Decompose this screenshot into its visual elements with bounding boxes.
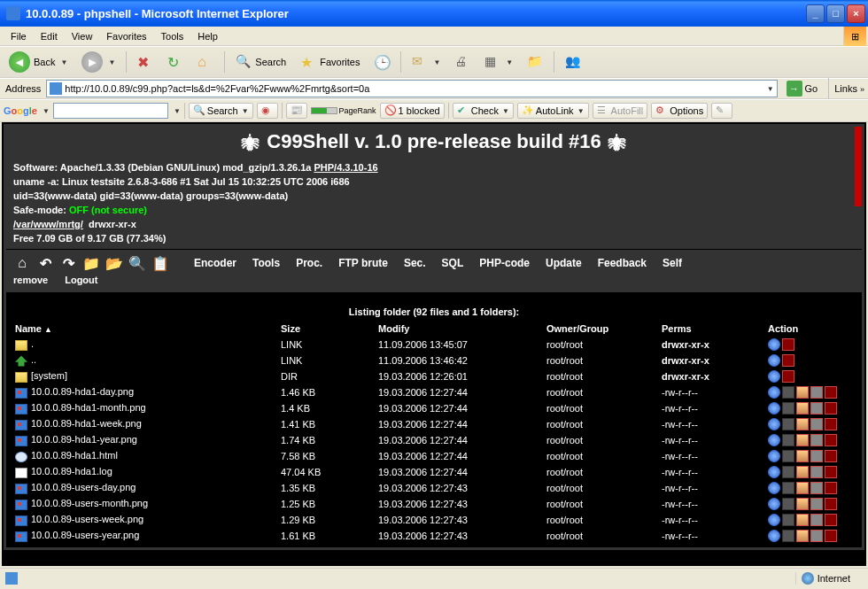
messenger-button[interactable]: 👥 [560,51,586,73]
table-row[interactable]: 10.0.0.89-hda1.html 7.58 KB 19.03.2006 1… [10,448,858,464]
autolink-button[interactable]: ✨AutoLink▼ [517,103,589,119]
info-icon[interactable] [768,466,780,478]
printer-icon[interactable] [810,402,823,415]
blank-icon[interactable] [825,482,837,494]
refresh-icon[interactable]: 📂 [105,255,123,271]
printer-icon[interactable] [810,482,823,494]
blank-icon[interactable] [825,498,837,510]
blank-icon[interactable] [825,418,837,430]
menu-encoder[interactable]: Encoder [194,257,236,269]
menu-php[interactable]: PHP-code [479,257,530,269]
edit-icon[interactable] [796,402,809,415]
back-icon[interactable]: ↶ [36,255,54,271]
table-row[interactable]: 10.0.0.89-users-year.png 1.61 KB 19.03.2… [10,528,858,544]
autofill-button[interactable]: ☰AutoFill [593,103,648,119]
info-icon[interactable] [768,482,780,494]
google-search-button[interactable]: 🔍Search▼ [189,103,253,119]
printer-icon[interactable] [810,450,823,462]
path-link[interactable]: /var/www/mrtg/ [13,219,83,229]
menu-sec[interactable]: Sec. [404,257,426,269]
menu-view[interactable]: View [65,29,100,43]
blank-icon[interactable] [825,402,837,415]
info-icon[interactable] [768,514,780,526]
table-row[interactable]: [system] DIR 19.03.2006 12:26:01 root/ro… [10,368,858,384]
printer-icon[interactable] [810,466,823,478]
info-icon[interactable] [768,418,780,430]
printer-icon[interactable] [810,530,823,542]
blank-icon[interactable] [782,354,794,367]
up-icon[interactable]: 📁 [82,255,100,271]
edit-icon[interactable] [796,466,809,478]
floppy-icon[interactable] [782,418,794,430]
info-icon[interactable] [768,434,780,446]
info-icon[interactable] [768,354,780,367]
go-button[interactable]: → Go [781,81,824,97]
table-row[interactable]: 10.0.0.89-hda1-month.png 1.4 KB 19.03.20… [10,400,858,416]
chevron-down-icon[interactable]: ▼ [174,107,181,115]
logout-link[interactable]: Logout [65,275,97,285]
home-button[interactable]: ⌂ [192,51,219,73]
address-input[interactable]: http://10.0.0.89/c99.php?act=ls&d=%2Fvar… [46,80,777,97]
col-perms[interactable]: Perms [656,321,763,337]
col-owner[interactable]: Owner/Group [541,321,656,337]
stop-button[interactable]: ✖ [132,51,159,73]
table-row[interactable]: . LINK 11.09.2006 13:45:07 root/root drw… [10,337,858,353]
menu-tools[interactable]: Tools [252,257,280,269]
floppy-icon[interactable] [782,434,794,446]
menu-favorites[interactable]: Favorites [99,29,153,43]
blank-icon[interactable] [825,386,837,399]
edit-icon[interactable] [796,530,809,542]
back-button[interactable]: ◄ Back ▼ [4,49,73,75]
printer-icon[interactable] [810,386,823,399]
home-icon[interactable]: ⌂ [13,255,31,271]
info-icon[interactable] [768,530,780,542]
google-logo[interactable]: Google [4,105,37,116]
google-swirl-button[interactable]: ◉ [257,103,278,119]
forward-button[interactable]: ► ▼ [76,49,120,75]
floppy-icon[interactable] [782,450,794,462]
table-row[interactable]: 10.0.0.89-users-week.png 1.29 KB 19.03.2… [10,512,858,528]
edit-icon[interactable] [796,418,809,430]
printer-icon[interactable] [810,434,823,446]
close-button[interactable]: × [847,4,865,23]
col-modify[interactable]: Modify [373,321,541,337]
floppy-icon[interactable] [782,402,794,415]
table-row[interactable]: 10.0.0.89-users-month.png 1.25 KB 19.03.… [10,496,858,512]
menu-proc[interactable]: Proc. [296,257,322,269]
php-link[interactable]: PHP/4.3.10-16 [314,162,377,173]
discuss-button[interactable]: 📁 [522,51,548,73]
minimize-button[interactable]: _ [806,4,825,23]
blank-icon[interactable] [825,466,837,478]
table-row[interactable]: 10.0.0.89-hda1.log 47.04 KB 19.03.2006 1… [10,464,858,480]
edit-icon[interactable] [796,434,809,446]
floppy-icon[interactable] [782,514,794,526]
printer-icon[interactable] [810,418,823,430]
mail-button[interactable]: ✉▼ [407,51,446,73]
floppy-icon[interactable] [782,498,794,510]
edit-icon[interactable] [796,386,809,399]
edit-icon[interactable] [796,498,809,510]
info-icon[interactable] [768,450,780,462]
info-icon[interactable] [768,386,780,399]
floppy-icon[interactable] [782,466,794,478]
blank-icon[interactable] [825,434,837,446]
history-button[interactable]: 🕒 [368,51,395,73]
check-button[interactable]: ✔Check▼ [453,103,514,119]
table-row[interactable]: 10.0.0.89-hda1-week.png 1.41 KB 19.03.20… [10,416,858,432]
blank-icon[interactable] [825,530,837,542]
edit-icon[interactable] [796,482,809,494]
blank-icon[interactable] [782,370,794,383]
pagerank-indicator[interactable]: PageRank [311,106,376,115]
floppy-icon[interactable] [782,386,794,399]
highlight-button[interactable]: ✎ [711,103,732,119]
floppy-icon[interactable] [782,482,794,494]
links-button[interactable]: Links » [834,83,864,94]
blank-icon[interactable] [782,338,794,351]
menu-tools[interactable]: Tools [154,29,191,43]
menu-ftp[interactable]: FTP brute [338,257,388,269]
options-button[interactable]: ⚙Options [651,103,708,119]
menu-update[interactable]: Update [546,257,582,269]
forward-icon[interactable]: ↷ [59,255,77,271]
printer-icon[interactable] [810,514,823,526]
news-button[interactable]: 📰 [286,103,307,119]
